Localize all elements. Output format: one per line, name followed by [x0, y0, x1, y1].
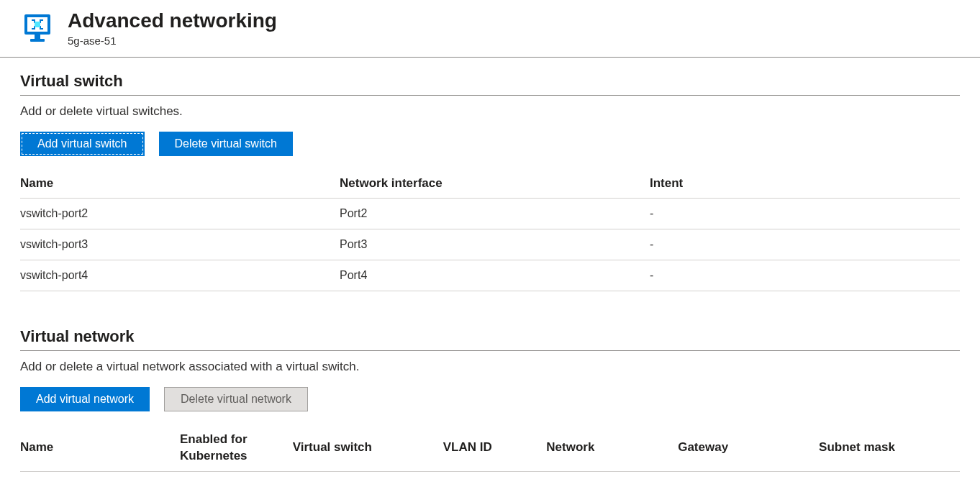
column-intent[interactable]: Intent	[650, 169, 960, 199]
cell-intent: -	[650, 198, 960, 229]
delete-virtual-switch-button[interactable]: Delete virtual switch	[159, 132, 293, 156]
add-virtual-switch-button[interactable]: Add virtual switch	[20, 132, 145, 156]
column-network[interactable]: Network	[546, 424, 678, 472]
svg-rect-3	[30, 39, 45, 42]
cell-interface: Port3	[340, 229, 650, 260]
cell-intent: -	[650, 229, 960, 260]
virtual-switch-title: Virtual switch	[20, 72, 960, 96]
table-row[interactable]: vswitch-port4 Port4 -	[20, 260, 960, 291]
page-subtitle: 5g-ase-51	[68, 35, 277, 47]
column-subnet-mask[interactable]: Subnet mask	[819, 424, 960, 472]
cell-interface: Port4	[340, 260, 650, 291]
cell-name: vswitch-port3	[20, 229, 340, 260]
virtual-switch-description: Add or delete virtual switches.	[20, 104, 960, 119]
column-name[interactable]: Name	[20, 169, 340, 199]
virtual-network-table: Name Enabled for Kubernetes Virtual swit…	[20, 424, 960, 473]
add-virtual-network-button[interactable]: Add virtual network	[20, 387, 150, 411]
column-network-interface[interactable]: Network interface	[340, 169, 650, 199]
cell-intent: -	[650, 260, 960, 291]
svg-rect-2	[35, 35, 40, 39]
column-name[interactable]: Name	[20, 424, 180, 472]
networking-icon	[20, 10, 55, 45]
table-header-row: Name Network interface Intent	[20, 169, 960, 199]
table-row[interactable]: vswitch-port2 Port2 -	[20, 198, 960, 229]
column-gateway[interactable]: Gateway	[678, 424, 819, 472]
cell-interface: Port2	[340, 198, 650, 229]
header-titles: Advanced networking 5g-ase-51	[68, 9, 277, 47]
cell-name: vswitch-port2	[20, 198, 340, 229]
page-content: Virtual switch Add or delete virtual swi…	[0, 58, 980, 492]
page-title: Advanced networking	[68, 9, 277, 33]
table-row[interactable]: vswitch-port3 Port3 -	[20, 229, 960, 260]
table-header-row: Name Enabled for Kubernetes Virtual swit…	[20, 424, 960, 472]
cell-name: vswitch-port4	[20, 260, 340, 291]
svg-rect-4	[35, 22, 40, 27]
virtual-switch-table: Name Network interface Intent vswitch-po…	[20, 169, 960, 291]
column-virtual-switch[interactable]: Virtual switch	[293, 424, 443, 472]
virtual-network-buttons: Add virtual network Delete virtual netwo…	[20, 387, 960, 411]
virtual-network-title: Virtual network	[20, 327, 960, 351]
delete-virtual-network-button: Delete virtual network	[164, 387, 308, 411]
page-header: Advanced networking 5g-ase-51	[0, 0, 980, 58]
column-enabled-kubernetes[interactable]: Enabled for Kubernetes	[180, 424, 293, 472]
virtual-switch-section: Virtual switch Add or delete virtual swi…	[20, 72, 960, 291]
virtual-network-description: Add or delete a virtual network associat…	[20, 360, 960, 374]
virtual-network-section: Virtual network Add or delete a virtual …	[20, 327, 960, 473]
column-vlan-id[interactable]: VLAN ID	[443, 424, 547, 472]
virtual-switch-buttons: Add virtual switch Delete virtual switch	[20, 132, 960, 156]
